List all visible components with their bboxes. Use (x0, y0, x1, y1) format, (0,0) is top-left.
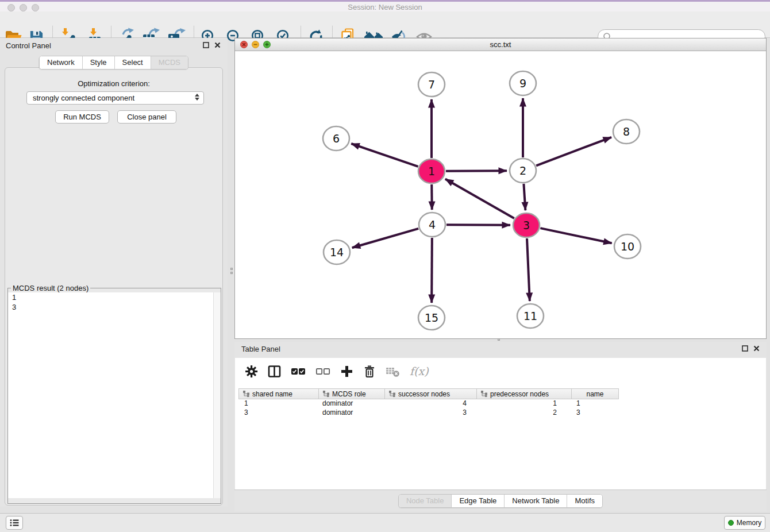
mcds-panel: Optimization criterion: strongly connect… (5, 67, 223, 506)
graph-node-label: 10 (621, 240, 634, 253)
tab-edge-table[interactable]: Edge Table (452, 495, 505, 507)
table-toolbar: f(x) (235, 358, 766, 384)
graph-edge-2-3[interactable] (523, 184, 525, 210)
splitter-handle[interactable] (230, 272, 233, 274)
function-builder-icon[interactable]: f(x) (410, 365, 429, 377)
graph-edge-1-6[interactable] (351, 144, 418, 167)
graph-node-label: 9 (519, 77, 526, 90)
add-row-icon[interactable] (340, 365, 353, 378)
splitter-handle[interactable] (230, 268, 233, 270)
graph-node-14[interactable]: 14 (324, 240, 350, 264)
deselect-all-icon[interactable] (315, 365, 330, 378)
network-window-titlebar[interactable]: scc.txt (235, 38, 766, 51)
task-history-button[interactable] (6, 516, 23, 530)
node-table-body: 1dominator4113dominator323 (238, 399, 766, 418)
table-cell[interactable]: 1 (572, 399, 619, 408)
graph-edge-3-11[interactable] (527, 238, 530, 301)
graph-node-label: 4 (429, 218, 436, 231)
graph-node-label: 3 (523, 219, 530, 232)
splitter-handle[interactable] (498, 338, 500, 341)
table-panel: Table Panel (234, 342, 767, 511)
graph-node-label: 11 (523, 310, 537, 322)
graph-node-7[interactable]: 7 (418, 72, 445, 97)
result-line: 3 (8, 302, 221, 312)
graph-node-10[interactable]: 10 (614, 234, 641, 259)
column-header-successor-nodes[interactable]: successor nodes (385, 388, 477, 399)
graph-node-1[interactable]: 1 (418, 159, 445, 183)
table-row[interactable]: 1dominator411 (238, 399, 766, 408)
table-cell[interactable]: dominator (319, 399, 385, 408)
main-toolbar (0, 11, 770, 38)
titlebar: Session: New Session (0, 0, 770, 11)
delete-table-icon[interactable] (386, 365, 400, 378)
tab-select[interactable]: Select (115, 56, 151, 69)
mcds-result-title: MCDS result (2 nodes) (11, 284, 90, 292)
graph-edge-1-2[interactable] (446, 171, 507, 171)
dropdown-value: strongly connected component (33, 94, 134, 102)
column-header-MCDS-role[interactable]: MCDS role (319, 388, 385, 399)
result-scrollbar[interactable] (213, 292, 221, 498)
graph-node-8[interactable]: 8 (613, 119, 640, 144)
float-panel-icon[interactable] (742, 345, 748, 352)
settings-gear-icon[interactable] (245, 365, 258, 378)
table-cell[interactable]: 3 (238, 408, 319, 418)
table-cell[interactable]: 1 (477, 399, 572, 408)
graph-node-4[interactable]: 4 (419, 213, 445, 237)
column-header-predecessor-nodes[interactable]: predecessor nodes (477, 388, 572, 399)
graph-node-15[interactable]: 15 (418, 306, 445, 330)
tab-motifs[interactable]: Motifs (567, 495, 602, 507)
mcds-result-textarea[interactable]: 1 3 (8, 292, 221, 498)
tab-mcds[interactable]: MCDS (151, 56, 188, 69)
table-cell[interactable]: 4 (385, 399, 477, 408)
table-row[interactable]: 3dominator323 (238, 408, 766, 418)
network-window-title: scc.txt (235, 40, 766, 49)
graph-node-label: 1 (428, 165, 435, 178)
graph-node-2[interactable]: 2 (510, 159, 536, 183)
tab-network-table[interactable]: Network Table (505, 495, 567, 507)
attribute-type-icon (323, 391, 329, 397)
table-cell[interactable]: 2 (477, 408, 572, 418)
graph-node-label: 2 (519, 164, 526, 177)
delete-row-icon[interactable] (363, 364, 376, 378)
run-mcds-button[interactable]: Run MCDS (55, 110, 109, 124)
graph-node-6[interactable]: 6 (323, 126, 349, 151)
memory-button[interactable]: Memory (724, 516, 765, 530)
graph-node-11[interactable]: 11 (517, 304, 544, 328)
attribute-type-icon (481, 391, 487, 397)
graph-edge-3-1[interactable] (445, 179, 514, 218)
tab-node-table[interactable]: Node Table (399, 495, 452, 507)
control-panel: Control Panel Network Style Select MCDS … (0, 38, 228, 507)
graph-edge-4-3[interactable] (446, 225, 510, 225)
graph-node-3[interactable]: 3 (513, 213, 540, 237)
table-cell[interactable]: 3 (572, 408, 619, 418)
table-cell[interactable]: 1 (238, 399, 319, 408)
tab-style[interactable]: Style (83, 56, 115, 69)
status-bar: Memory (0, 513, 770, 532)
tab-network[interactable]: Network (40, 56, 83, 69)
graph-edge-4-14[interactable] (352, 229, 418, 248)
optimization-criterion-select[interactable]: strongly connected component (26, 91, 204, 105)
table-cell[interactable]: dominator (319, 408, 385, 418)
graph-edge-3-10[interactable] (540, 228, 611, 243)
result-line: 1 (8, 292, 221, 302)
graph-edge-2-8[interactable] (536, 137, 611, 165)
table-tab-group: Node Table Edge Table Network Table Moti… (398, 494, 603, 508)
column-header-shared-name[interactable]: shared name (238, 388, 319, 399)
memory-status-icon (728, 520, 734, 526)
graph-node-label: 8 (623, 125, 630, 138)
column-header-name[interactable]: name (572, 388, 619, 399)
dropdown-chevrons-icon (195, 94, 199, 101)
graph-edge-4-15[interactable] (432, 238, 432, 303)
network-canvas[interactable]: 1234678910111415 (235, 51, 766, 339)
graph-node-label: 15 (425, 311, 438, 324)
close-panel-icon[interactable] (214, 42, 221, 48)
show-columns-icon[interactable] (268, 365, 281, 378)
close-panel-button[interactable]: Close panel (117, 110, 176, 124)
table-panel-title: Table Panel (241, 345, 280, 353)
select-all-icon[interactable] (291, 365, 306, 378)
window-title: Session: New Session (0, 3, 770, 11)
table-cell[interactable]: 3 (385, 408, 477, 418)
close-panel-icon[interactable] (753, 345, 760, 352)
float-panel-icon[interactable] (203, 42, 209, 48)
graph-node-9[interactable]: 9 (510, 71, 536, 95)
